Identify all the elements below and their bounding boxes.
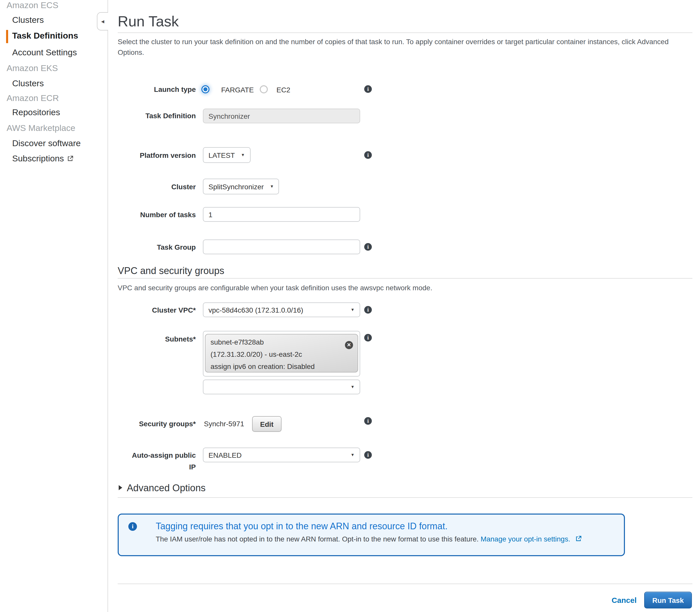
vpc-section-title: VPC and security groups xyxy=(118,265,224,277)
info-icon-auto-assign[interactable]: i xyxy=(364,451,372,459)
remove-subnet-button[interactable]: ✕ xyxy=(345,341,353,349)
sidebar-item-label: Subscriptions xyxy=(12,154,64,163)
cluster-vpc-select[interactable]: vpc-58d4c630 (172.31.0.0/16) ▼ xyxy=(203,303,360,317)
launch-type-label: Launch type xyxy=(118,85,196,93)
auto-assign-ip-label-line1: Auto-assign public xyxy=(118,451,196,459)
platform-version-label: Platform version xyxy=(118,151,196,159)
cluster-vpc-value: vpc-58d4c630 (172.31.0.0/16) xyxy=(209,306,303,314)
caret-right-icon xyxy=(119,485,122,490)
sidebar-item-task-definitions[interactable]: Task Definitions xyxy=(12,31,78,41)
number-of-tasks-label: Number of tasks xyxy=(118,211,196,219)
security-groups-value: Synchr-5971 xyxy=(204,420,244,428)
caret-down-icon: ▼ xyxy=(351,453,355,457)
cluster-label: Cluster xyxy=(118,183,196,191)
sidebar-item-subscriptions[interactable]: Subscriptions xyxy=(12,154,74,164)
info-icon-cluster-vpc[interactable]: i xyxy=(364,306,372,314)
vpc-section-description: VPC and security groups are configurable… xyxy=(118,283,691,293)
number-of-tasks-field xyxy=(203,207,360,222)
sidebar-header-amazon-ecs: Amazon ECS xyxy=(6,0,58,11)
caret-down-icon: ▼ xyxy=(351,385,355,389)
auto-assign-ip-select[interactable]: ENABLED ▼ xyxy=(203,448,360,462)
radio-ec2-label: EC2 xyxy=(276,86,290,94)
auto-assign-ip-label-line2: IP xyxy=(118,463,196,471)
auto-assign-ip-label: Auto-assign public IP xyxy=(118,451,196,471)
caret-down-icon: ▼ xyxy=(351,307,355,312)
footer-divider xyxy=(118,584,692,584)
subnet-chip: subnet-e7f328ab (172.31.32.0/20) - us-ea… xyxy=(205,334,358,373)
sidebar-header-amazon-eks: Amazon EKS xyxy=(6,64,58,73)
cluster-value: SplitSynchronizer xyxy=(209,182,264,191)
alert-body-text: The IAM user/role has not opted in to th… xyxy=(156,535,478,543)
edit-security-groups-button[interactable]: Edit xyxy=(252,416,282,432)
radio-fargate-label: FARGATE xyxy=(221,86,254,94)
radio-ec2[interactable] xyxy=(260,85,268,93)
cancel-button[interactable]: Cancel xyxy=(583,596,637,604)
info-icon-launch-type[interactable]: i xyxy=(364,85,372,93)
run-task-page: Amazon ECS Clusters Task Definitions Acc… xyxy=(0,0,700,612)
collapse-left-icon: ◀ xyxy=(101,19,104,24)
sidebar-border xyxy=(108,0,108,612)
caret-down-icon: ▼ xyxy=(270,184,274,189)
page-description: Select the cluster to run your task defi… xyxy=(118,37,691,58)
alert-body: The IAM user/role has not opted in to th… xyxy=(156,535,582,543)
security-groups-label: Security groups* xyxy=(118,420,196,428)
subnet-chip-line: subnet-e7f328ab xyxy=(211,336,353,348)
info-icon-platform-version[interactable]: i xyxy=(364,151,372,159)
task-definition-label: Task Definition xyxy=(118,112,196,120)
radio-fargate[interactable] xyxy=(201,85,210,93)
platform-version-select[interactable]: LATEST ▼ xyxy=(203,147,251,163)
alert-title: Tagging requires that you opt in to the … xyxy=(156,521,448,532)
run-task-button[interactable]: Run Task xyxy=(644,592,692,609)
external-link-icon xyxy=(67,154,74,161)
advanced-options-divider xyxy=(118,497,692,498)
sidebar-header-aws-marketplace: AWS Marketplace xyxy=(6,123,75,134)
page-title: Run Task xyxy=(118,13,179,30)
number-of-tasks-input[interactable] xyxy=(209,210,355,219)
advanced-options-toggle[interactable]: Advanced Options xyxy=(127,483,206,494)
task-group-input[interactable] xyxy=(209,243,355,251)
auto-assign-ip-value: ENABLED xyxy=(209,451,242,459)
sidebar-item-clusters-eks[interactable]: Clusters xyxy=(12,79,44,89)
subnet-chip-line: (172.31.32.0/20) - us-east-2c xyxy=(211,348,353,360)
platform-version-value: LATEST xyxy=(209,151,235,159)
task-group-field xyxy=(203,239,360,254)
subnets-label: Subnets* xyxy=(118,335,196,343)
sidebar-item-account-settings[interactable]: Account Settings xyxy=(12,48,77,58)
active-indicator xyxy=(6,30,8,43)
subnet-add-select[interactable]: ▼ xyxy=(203,379,360,394)
info-icon-subnets[interactable]: i xyxy=(364,334,372,342)
cluster-select[interactable]: SplitSynchronizer ▼ xyxy=(203,179,279,194)
task-definition-value: Synchronizer xyxy=(209,112,250,120)
caret-down-icon: ▼ xyxy=(241,153,245,157)
external-link-icon xyxy=(575,536,582,542)
vpc-section-divider xyxy=(118,278,692,279)
sidebar-collapse-button[interactable]: ◀ xyxy=(97,12,108,30)
info-icon-task-group[interactable]: i xyxy=(364,243,372,251)
sidebar-item-repositories[interactable]: Repositories xyxy=(12,108,60,118)
sidebar-header-amazon-ecr: Amazon ECR xyxy=(6,93,59,103)
title-divider xyxy=(118,32,692,33)
info-icon-security-groups[interactable]: i xyxy=(364,417,372,425)
task-group-label: Task Group xyxy=(118,243,196,251)
sidebar-item-clusters-ecs[interactable]: Clusters xyxy=(12,15,44,25)
manage-optin-link[interactable]: Manage your opt-in settings. xyxy=(481,535,570,543)
sidebar-item-discover-software[interactable]: Discover software xyxy=(12,139,81,149)
info-icon-alert: i xyxy=(128,522,137,531)
cluster-vpc-label: Cluster VPC* xyxy=(118,306,196,314)
subnet-chip-line: assign ipv6 on creation: Disabled xyxy=(211,360,353,373)
task-definition-field: Synchronizer xyxy=(203,109,360,123)
